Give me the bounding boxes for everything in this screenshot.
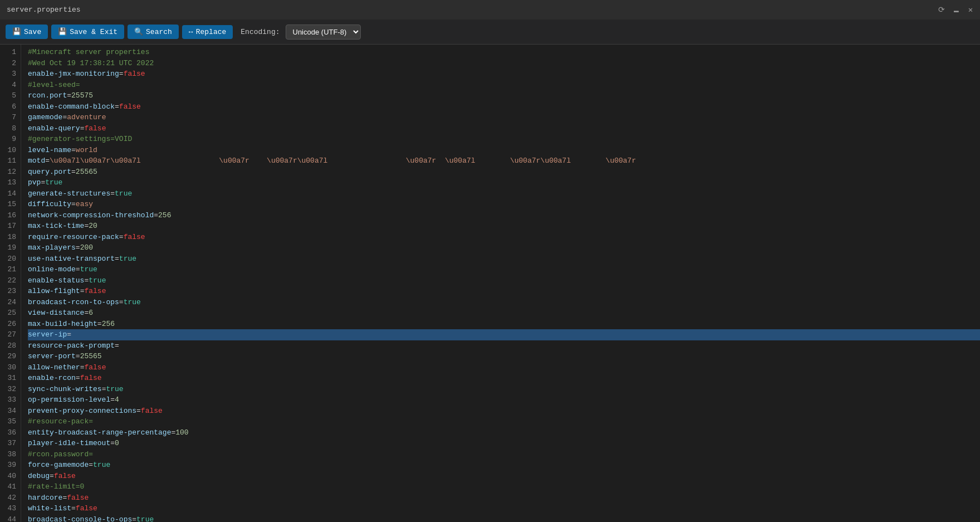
property-key: hardcore <box>28 494 62 502</box>
line-number: 37 <box>4 438 16 449</box>
line-number: 18 <box>4 232 16 243</box>
property-key: max-players <box>28 243 76 252</box>
comment-text: #Wed Oct 19 17:38:21 UTC 2022 <box>28 59 154 67</box>
line-numbers: 1234567891011121314151617181920212223242… <box>0 45 21 522</box>
property-value: 6 <box>89 309 93 317</box>
line-number: 27 <box>4 329 16 340</box>
code-line: op-permission-level=4 <box>28 394 980 406</box>
line-number: 30 <box>4 362 16 373</box>
line-number: 17 <box>4 221 16 232</box>
property-key: enable-jmx-monitoring <box>28 70 119 78</box>
line-number: 29 <box>4 351 16 362</box>
property-value: true <box>80 265 97 274</box>
line-number: 28 <box>4 340 16 352</box>
save-exit-icon: 💾 <box>58 27 67 36</box>
code-line: enable-rcon=false <box>28 373 980 384</box>
save-exit-label: Save & Exit <box>70 28 117 36</box>
property-value: true <box>115 189 132 198</box>
encoding-select[interactable]: Unicode (UTF-8) <box>286 25 361 40</box>
code-line: #rate-limit=0 <box>28 481 980 492</box>
code-line: max-build-height=256 <box>28 319 980 330</box>
code-line: difficulty=easy <box>28 199 980 210</box>
property-key: server-ip <box>28 330 67 339</box>
save-button[interactable]: 💾 Save <box>6 25 48 39</box>
property-value: false <box>80 374 102 382</box>
property-value: \u00a7l\u00a7r\u00a7l \u00a7r \u00a7r\u0… <box>50 157 636 165</box>
property-value: 25575 <box>71 91 93 100</box>
line-number: 16 <box>4 210 16 221</box>
comment-text: #resource-pack= <box>28 417 93 426</box>
line-number: 6 <box>4 101 16 113</box>
code-line: hardcore=false <box>28 492 980 504</box>
property-value: 256 <box>102 320 115 328</box>
property-value: adventure <box>67 113 106 121</box>
property-value: true <box>124 298 141 306</box>
code-content[interactable]: #Minecraft server properties#Wed Oct 19 … <box>21 45 980 522</box>
refresh-btn[interactable]: ⟳ <box>937 5 947 15</box>
line-number: 40 <box>4 471 16 482</box>
code-line: generate-structures=true <box>28 188 980 199</box>
line-number: 42 <box>4 492 16 504</box>
replace-label: Replace <box>196 28 227 36</box>
property-key: max-tick-time <box>28 222 84 230</box>
property-value: world <box>76 146 97 154</box>
property-value: easy <box>76 200 93 208</box>
code-line: broadcast-rcon-to-ops=true <box>28 297 980 308</box>
property-key: allow-flight <box>28 287 80 295</box>
code-line: #Minecraft server properties <box>28 47 980 58</box>
code-line: max-tick-time=20 <box>28 221 980 232</box>
property-value: false <box>84 287 106 295</box>
property-key: force-gamemode <box>28 461 89 469</box>
search-label: Search <box>146 28 172 36</box>
code-line: rcon.port=25575 <box>28 90 980 101</box>
property-key: op-permission-level <box>28 396 110 404</box>
property-value: false <box>76 504 97 513</box>
comment-text: #generator-settings=VOID <box>28 135 132 143</box>
code-line: #level-seed= <box>28 80 980 91</box>
code-line: player-idle-timeout=0 <box>28 438 980 449</box>
search-button[interactable]: 🔍 Search <box>128 25 179 39</box>
line-number: 22 <box>4 275 16 286</box>
property-value: false <box>67 494 89 502</box>
save-label: Save <box>24 28 41 36</box>
property-value: 200 <box>80 243 93 252</box>
code-line: enable-command-block=false <box>28 101 980 113</box>
replace-button[interactable]: ↔ Replace <box>182 25 233 39</box>
code-line: pvp=true <box>28 177 980 188</box>
property-key: level-name <box>28 146 71 154</box>
line-number: 10 <box>4 145 16 156</box>
minimize-btn[interactable]: 🗕 <box>951 5 961 15</box>
line-number: 36 <box>4 427 16 438</box>
property-key: rcon.port <box>28 91 67 100</box>
property-key: enable-query <box>28 124 80 133</box>
property-key: max-build-height <box>28 320 97 328</box>
close-btn[interactable]: ✕ <box>966 5 976 15</box>
property-key: difficulty <box>28 200 71 208</box>
line-number: 43 <box>4 503 16 514</box>
property-key: enable-command-block <box>28 103 115 111</box>
editor-area[interactable]: 1234567891011121314151617181920212223242… <box>0 45 980 522</box>
encoding-label: Encoding: <box>241 28 280 36</box>
property-value: true <box>45 178 62 187</box>
toolbar: 💾 Save 💾 Save & Exit 🔍 Search ↔ Replace … <box>0 19 980 45</box>
property-value: 20 <box>89 222 97 230</box>
search-icon: 🔍 <box>134 27 143 36</box>
property-value: true <box>136 515 154 523</box>
line-number: 11 <box>4 155 16 167</box>
code-line: require-resource-pack=false <box>28 232 980 243</box>
property-key: debug <box>28 472 50 480</box>
property-key: network-compression-threshold <box>28 211 154 219</box>
code-line: gamemode=adventure <box>28 112 980 123</box>
line-number: 5 <box>4 90 16 101</box>
line-number: 41 <box>4 481 16 492</box>
property-value: 256 <box>158 211 171 219</box>
code-line: query.port=25565 <box>28 167 980 178</box>
line-number: 33 <box>4 394 16 406</box>
property-value: true <box>89 276 106 285</box>
code-line: debug=false <box>28 471 980 482</box>
property-value: false <box>84 124 106 133</box>
line-number: 24 <box>4 297 16 308</box>
save-exit-button[interactable]: 💾 Save & Exit <box>51 25 124 39</box>
line-number: 15 <box>4 199 16 210</box>
property-key: resource-pack-prompt <box>28 342 115 350</box>
